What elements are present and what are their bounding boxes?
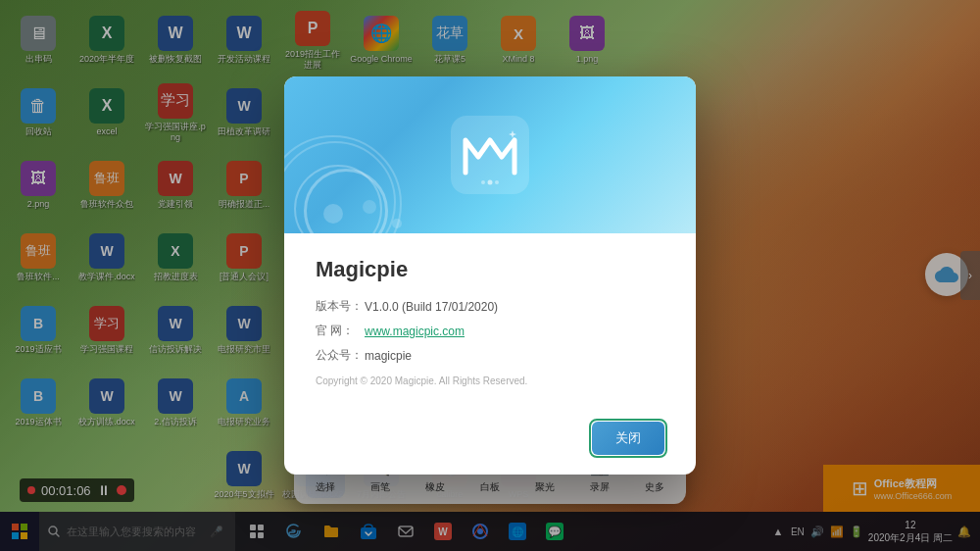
svg-point-2 (481, 180, 485, 184)
website-row: 官 网： www.magicpic.com (316, 323, 664, 339)
bubble3 (392, 219, 402, 228)
public-label: 公众号： (316, 347, 365, 364)
bubble2 (363, 200, 376, 214)
m-logo (446, 111, 534, 199)
svg-point-3 (495, 180, 499, 184)
dialog-header (284, 76, 696, 233)
version-label: 版本号： (316, 298, 365, 315)
website-label: 官 网： (316, 323, 365, 339)
public-value: magicpie (365, 349, 412, 363)
bubble1 (323, 204, 343, 224)
copyright-text: Copyright © 2020 Magicpie. All Rights Re… (316, 376, 664, 386)
modal-overlay: Magicpie 版本号： V1.0.0 (Build 17/01/2020) … (0, 0, 980, 551)
version-value: V1.0.0 (Build 17/01/2020) (365, 300, 498, 314)
desktop: 🖥 出串码 X 2020年半年度 W 被删恢复截图 W 开发活动课程 P 201… (0, 0, 980, 551)
close-button[interactable]: 关闭 (592, 422, 664, 455)
svg-point-1 (488, 180, 493, 185)
dialog-footer: 关闭 (284, 422, 696, 475)
magicpie-dialog: Magicpie 版本号： V1.0.0 (Build 17/01/2020) … (284, 76, 696, 475)
dialog-body: Magicpie 版本号： V1.0.0 (Build 17/01/2020) … (284, 233, 696, 422)
dialog-title: Magicpie (316, 257, 664, 282)
version-row: 版本号： V1.0.0 (Build 17/01/2020) (316, 298, 664, 315)
public-row: 公众号： magicpie (316, 347, 664, 364)
website-link[interactable]: www.magicpic.com (365, 325, 465, 338)
